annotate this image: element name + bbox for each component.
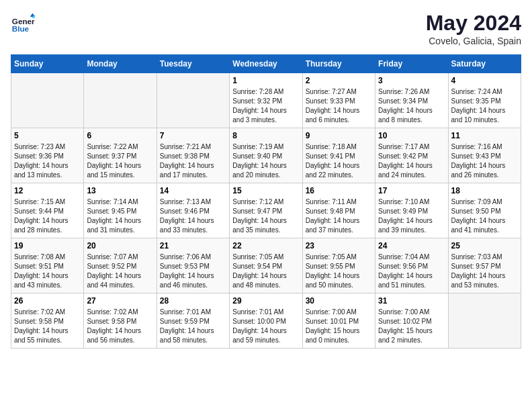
day-info: Sunrise: 7:05 AM Sunset: 9:55 PM Dayligh… bbox=[306, 253, 372, 290]
day-number: 16 bbox=[306, 186, 372, 195]
day-number: 29 bbox=[232, 296, 299, 306]
day-number: 22 bbox=[232, 241, 299, 250]
week-row-4: 19Sunrise: 7:08 AM Sunset: 9:51 PM Dayli… bbox=[11, 238, 521, 293]
calendar-cell: 29Sunrise: 7:01 AM Sunset: 10:00 PM Dayl… bbox=[230, 293, 302, 349]
weekday-header-friday: Friday bbox=[375, 55, 448, 73]
day-info: Sunrise: 7:08 AM Sunset: 9:51 PM Dayligh… bbox=[14, 253, 81, 290]
day-info: Sunrise: 7:00 AM Sunset: 10:02 PM Daylig… bbox=[378, 308, 445, 345]
day-number: 31 bbox=[378, 296, 445, 306]
calendar-cell: 22Sunrise: 7:05 AM Sunset: 9:54 PM Dayli… bbox=[230, 238, 302, 293]
day-info: Sunrise: 7:24 AM Sunset: 9:35 PM Dayligh… bbox=[451, 87, 518, 125]
calendar-table: SundayMondayTuesdayWednesdayThursdayFrid… bbox=[11, 54, 521, 349]
calendar-cell bbox=[84, 73, 157, 128]
day-number: 19 bbox=[14, 241, 81, 250]
calendar-cell: 10Sunrise: 7:17 AM Sunset: 9:42 PM Dayli… bbox=[375, 128, 448, 183]
day-info: Sunrise: 7:23 AM Sunset: 9:36 PM Dayligh… bbox=[14, 142, 81, 180]
calendar-cell: 25Sunrise: 7:03 AM Sunset: 9:57 PM Dayli… bbox=[448, 238, 521, 293]
day-info: Sunrise: 7:09 AM Sunset: 9:50 PM Dayligh… bbox=[451, 197, 518, 235]
weekday-header-row: SundayMondayTuesdayWednesdayThursdayFrid… bbox=[11, 55, 521, 73]
day-info: Sunrise: 7:06 AM Sunset: 9:53 PM Dayligh… bbox=[160, 253, 226, 290]
week-row-2: 5Sunrise: 7:23 AM Sunset: 9:36 PM Daylig… bbox=[11, 128, 521, 183]
day-number: 28 bbox=[160, 296, 226, 306]
day-info: Sunrise: 7:10 AM Sunset: 9:49 PM Dayligh… bbox=[378, 197, 445, 235]
calendar-cell: 27Sunrise: 7:02 AM Sunset: 9:58 PM Dayli… bbox=[84, 293, 157, 349]
calendar-cell: 6Sunrise: 7:22 AM Sunset: 9:37 PM Daylig… bbox=[84, 128, 157, 183]
calendar-cell: 23Sunrise: 7:05 AM Sunset: 9:55 PM Dayli… bbox=[302, 238, 375, 293]
calendar-cell: 26Sunrise: 7:02 AM Sunset: 9:58 PM Dayli… bbox=[11, 293, 84, 349]
day-number: 6 bbox=[87, 131, 153, 140]
day-number: 14 bbox=[160, 186, 226, 195]
day-info: Sunrise: 7:27 AM Sunset: 9:33 PM Dayligh… bbox=[306, 87, 372, 125]
calendar-cell: 5Sunrise: 7:23 AM Sunset: 9:36 PM Daylig… bbox=[11, 128, 84, 183]
logo: General Blue bbox=[11, 11, 35, 35]
day-number: 30 bbox=[306, 296, 372, 306]
day-number: 4 bbox=[451, 76, 518, 85]
main-title: May 2024 bbox=[426, 11, 521, 36]
calendar-cell: 8Sunrise: 7:19 AM Sunset: 9:40 PM Daylig… bbox=[230, 128, 302, 183]
header: General Blue May 2024 Covelo, Galicia, S… bbox=[11, 11, 521, 46]
calendar-cell bbox=[448, 293, 521, 349]
day-info: Sunrise: 7:05 AM Sunset: 9:54 PM Dayligh… bbox=[232, 253, 299, 290]
calendar-cell: 14Sunrise: 7:13 AM Sunset: 9:46 PM Dayli… bbox=[157, 183, 229, 238]
day-number: 5 bbox=[14, 131, 81, 140]
weekday-header-sunday: Sunday bbox=[11, 55, 84, 73]
day-number: 1 bbox=[232, 76, 299, 85]
day-info: Sunrise: 7:22 AM Sunset: 9:37 PM Dayligh… bbox=[87, 142, 153, 180]
calendar-cell: 2Sunrise: 7:27 AM Sunset: 9:33 PM Daylig… bbox=[302, 73, 375, 128]
day-number: 10 bbox=[378, 131, 445, 140]
day-info: Sunrise: 7:17 AM Sunset: 9:42 PM Dayligh… bbox=[378, 142, 445, 180]
day-info: Sunrise: 7:01 AM Sunset: 9:59 PM Dayligh… bbox=[160, 308, 226, 345]
subtitle: Covelo, Galicia, Spain bbox=[426, 36, 521, 46]
day-info: Sunrise: 7:12 AM Sunset: 9:47 PM Dayligh… bbox=[232, 197, 299, 235]
weekday-header-saturday: Saturday bbox=[448, 55, 521, 73]
calendar-cell: 31Sunrise: 7:00 AM Sunset: 10:02 PM Dayl… bbox=[375, 293, 448, 349]
calendar-cell bbox=[11, 73, 84, 128]
day-number: 17 bbox=[378, 186, 445, 195]
calendar-cell bbox=[157, 73, 229, 128]
calendar-cell: 13Sunrise: 7:14 AM Sunset: 9:45 PM Dayli… bbox=[84, 183, 157, 238]
day-number: 25 bbox=[451, 241, 518, 250]
day-info: Sunrise: 7:26 AM Sunset: 9:34 PM Dayligh… bbox=[378, 87, 445, 125]
week-row-3: 12Sunrise: 7:15 AM Sunset: 9:44 PM Dayli… bbox=[11, 183, 521, 238]
day-info: Sunrise: 7:15 AM Sunset: 9:44 PM Dayligh… bbox=[14, 197, 81, 235]
day-number: 27 bbox=[87, 296, 153, 306]
day-info: Sunrise: 7:00 AM Sunset: 10:01 PM Daylig… bbox=[306, 308, 372, 345]
title-area: May 2024 Covelo, Galicia, Spain bbox=[426, 11, 521, 46]
calendar-cell: 19Sunrise: 7:08 AM Sunset: 9:51 PM Dayli… bbox=[11, 238, 84, 293]
calendar-cell: 3Sunrise: 7:26 AM Sunset: 9:34 PM Daylig… bbox=[375, 73, 448, 128]
calendar-cell: 4Sunrise: 7:24 AM Sunset: 9:35 PM Daylig… bbox=[448, 73, 521, 128]
weekday-header-tuesday: Tuesday bbox=[157, 55, 229, 73]
day-number: 7 bbox=[160, 131, 226, 140]
day-info: Sunrise: 7:02 AM Sunset: 9:58 PM Dayligh… bbox=[14, 308, 81, 345]
day-number: 2 bbox=[306, 76, 372, 85]
day-info: Sunrise: 7:04 AM Sunset: 9:56 PM Dayligh… bbox=[378, 253, 445, 290]
calendar-cell: 7Sunrise: 7:21 AM Sunset: 9:38 PM Daylig… bbox=[157, 128, 229, 183]
day-info: Sunrise: 7:11 AM Sunset: 9:48 PM Dayligh… bbox=[306, 197, 372, 235]
calendar-cell: 24Sunrise: 7:04 AM Sunset: 9:56 PM Dayli… bbox=[375, 238, 448, 293]
svg-text:Blue: Blue bbox=[12, 24, 30, 33]
calendar-cell: 12Sunrise: 7:15 AM Sunset: 9:44 PM Dayli… bbox=[11, 183, 84, 238]
day-number: 15 bbox=[232, 186, 299, 195]
calendar-cell: 16Sunrise: 7:11 AM Sunset: 9:48 PM Dayli… bbox=[302, 183, 375, 238]
day-info: Sunrise: 7:01 AM Sunset: 10:00 PM Daylig… bbox=[232, 308, 299, 345]
day-info: Sunrise: 7:19 AM Sunset: 9:40 PM Dayligh… bbox=[232, 142, 299, 180]
calendar-cell: 15Sunrise: 7:12 AM Sunset: 9:47 PM Dayli… bbox=[230, 183, 302, 238]
weekday-header-thursday: Thursday bbox=[302, 55, 375, 73]
calendar-cell: 30Sunrise: 7:00 AM Sunset: 10:01 PM Dayl… bbox=[302, 293, 375, 349]
calendar-cell: 1Sunrise: 7:28 AM Sunset: 9:32 PM Daylig… bbox=[230, 73, 302, 128]
calendar-cell: 18Sunrise: 7:09 AM Sunset: 9:50 PM Dayli… bbox=[448, 183, 521, 238]
day-info: Sunrise: 7:07 AM Sunset: 9:52 PM Dayligh… bbox=[87, 253, 153, 290]
day-number: 24 bbox=[378, 241, 445, 250]
day-info: Sunrise: 7:02 AM Sunset: 9:58 PM Dayligh… bbox=[87, 308, 153, 345]
day-info: Sunrise: 7:13 AM Sunset: 9:46 PM Dayligh… bbox=[160, 197, 226, 235]
day-number: 20 bbox=[87, 241, 153, 250]
day-info: Sunrise: 7:16 AM Sunset: 9:43 PM Dayligh… bbox=[451, 142, 518, 180]
day-number: 13 bbox=[87, 186, 153, 195]
day-number: 26 bbox=[14, 296, 81, 306]
logo-icon: General Blue bbox=[11, 11, 35, 35]
calendar-cell: 17Sunrise: 7:10 AM Sunset: 9:49 PM Dayli… bbox=[375, 183, 448, 238]
day-number: 21 bbox=[160, 241, 226, 250]
day-info: Sunrise: 7:18 AM Sunset: 9:41 PM Dayligh… bbox=[306, 142, 372, 180]
calendar-cell: 20Sunrise: 7:07 AM Sunset: 9:52 PM Dayli… bbox=[84, 238, 157, 293]
day-number: 3 bbox=[378, 76, 445, 85]
